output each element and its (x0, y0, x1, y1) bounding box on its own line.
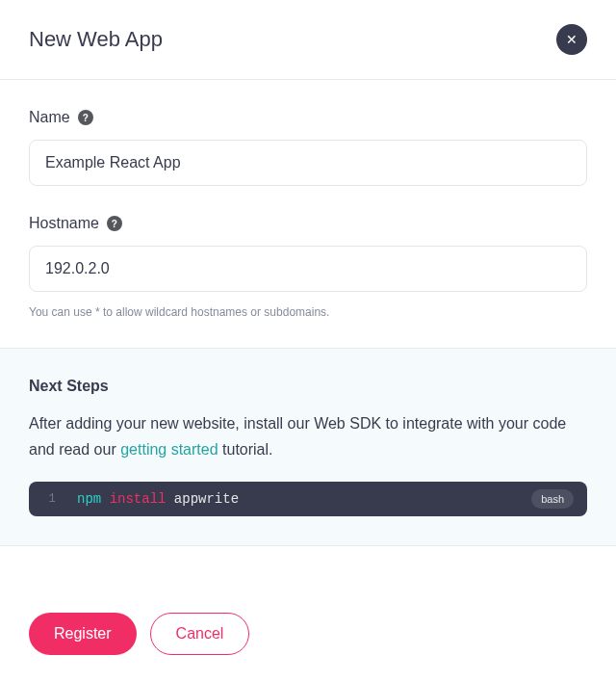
hostname-label-row: Hostname ? (29, 215, 587, 232)
name-field-group: Name ? (29, 109, 587, 186)
modal-content: Name ? Hostname ? You can use * to allow… (0, 80, 616, 586)
form-section: Name ? Hostname ? You can use * to allow… (0, 80, 616, 348)
hostname-label: Hostname (29, 215, 99, 232)
code-block: 1 npm install appwrite bash (29, 482, 587, 516)
cancel-button[interactable]: Cancel (150, 613, 250, 655)
code-pkg: appwrite (174, 491, 239, 507)
modal-header: New Web App ✕ (0, 0, 616, 80)
next-steps-section: Next Steps After adding your new website… (0, 348, 616, 546)
code-content: npm install appwrite (67, 491, 531, 507)
getting-started-link[interactable]: getting started (120, 441, 218, 458)
help-icon[interactable]: ? (107, 216, 122, 231)
next-steps-title: Next Steps (29, 378, 587, 395)
help-icon[interactable]: ? (78, 110, 93, 125)
next-steps-text-before: After adding your new website, install o… (29, 415, 566, 458)
next-steps-text-after: tutorial. (218, 441, 273, 458)
close-icon: ✕ (566, 32, 578, 47)
modal-footer: Register Cancel (0, 586, 616, 682)
language-badge: bash (531, 489, 574, 509)
register-button[interactable]: Register (29, 613, 137, 655)
hostname-helper-text: You can use * to allow wildcard hostname… (29, 305, 587, 319)
modal-title: New Web App (29, 27, 163, 52)
new-web-app-modal: New Web App ✕ Name ? Hostname ? You can … (0, 0, 616, 682)
code-cmd: npm (77, 491, 101, 507)
code-action: install (110, 491, 167, 507)
name-label: Name (29, 109, 70, 126)
hostname-input[interactable] (29, 246, 587, 292)
close-button[interactable]: ✕ (556, 24, 587, 55)
name-input[interactable] (29, 140, 587, 186)
name-label-row: Name ? (29, 109, 587, 126)
code-line-number: 1 (37, 492, 67, 506)
next-steps-text: After adding your new website, install o… (29, 410, 587, 462)
hostname-field-group: Hostname ? You can use * to allow wildca… (29, 215, 587, 319)
